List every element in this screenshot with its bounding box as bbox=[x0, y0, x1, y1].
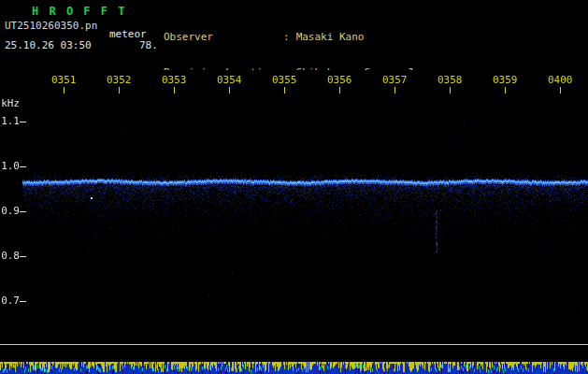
y-tick-label: 0.9 bbox=[1, 205, 20, 217]
time-tick-label: 0400 bbox=[548, 74, 573, 86]
info-row-observer: Observer:Masaki Kano bbox=[164, 32, 495, 43]
app-title: H R O F F T bbox=[32, 5, 126, 18]
y-axis-unit-label: kHz bbox=[1, 97, 20, 109]
y-tick-label: 1.1 bbox=[1, 115, 20, 127]
time-tick-label: 0358 bbox=[437, 74, 463, 86]
info-label: Observer bbox=[164, 32, 283, 43]
time-tick-label: 0354 bbox=[217, 74, 242, 86]
time-tick-label: 0353 bbox=[162, 74, 187, 86]
y-tick-label: 0.8 bbox=[1, 250, 20, 262]
y-tick-label: 0.7 bbox=[1, 295, 20, 307]
time-tick-label: 0359 bbox=[493, 74, 518, 86]
info-separator: : bbox=[283, 32, 290, 43]
time-tick-label: 0356 bbox=[327, 74, 352, 86]
echo-count: 78. bbox=[139, 39, 158, 51]
hrofft-screen: H R O F F T UT2510260350.pn meteor 25.10… bbox=[0, 0, 588, 374]
datetime-label: 25.10.26 03:50 bbox=[5, 39, 92, 51]
y-tick-label: 1.0 bbox=[1, 160, 20, 172]
info-value: Masaki Kano bbox=[296, 32, 365, 43]
spectrogram-canvas bbox=[0, 70, 588, 374]
time-tick-label: 0355 bbox=[272, 74, 297, 86]
capture-filename: UT2510260350.pn bbox=[5, 20, 97, 32]
time-tick-label: 0357 bbox=[382, 74, 408, 86]
time-tick-label: 0352 bbox=[107, 74, 132, 86]
time-tick-label: 0351 bbox=[51, 74, 77, 86]
